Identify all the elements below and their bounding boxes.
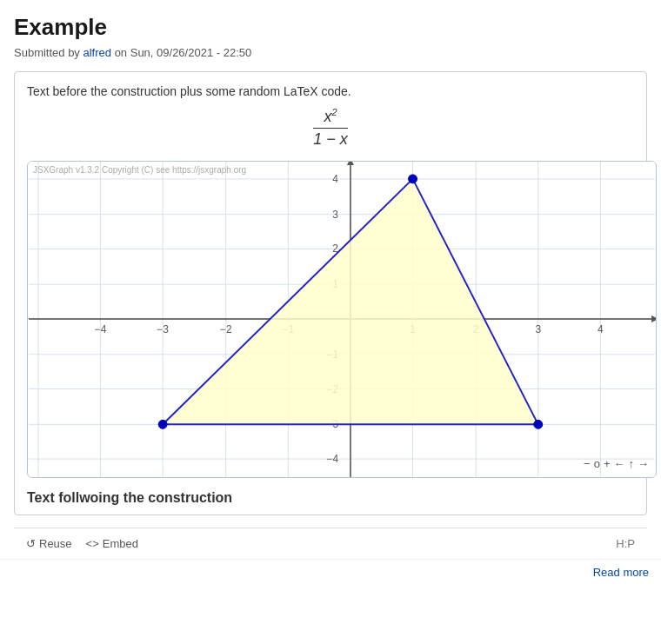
latex-fraction: x2 1 − x <box>313 107 348 149</box>
svg-text:4: 4 <box>332 173 338 185</box>
submitted-prefix: Submitted by <box>14 46 83 59</box>
latex-denominator: 1 − x <box>313 129 348 149</box>
control-right[interactable]: → <box>638 457 649 470</box>
svg-point-45 <box>409 175 417 183</box>
submitted-line: Submitted by alfred on Sun, 09/26/2021 -… <box>14 46 647 59</box>
footer-bar: ↺ Reuse <> Embed H:P <box>14 528 647 559</box>
svg-text:3: 3 <box>332 209 338 221</box>
control-up[interactable]: ↑ <box>629 457 635 470</box>
footer-hzp: H:P <box>616 537 635 550</box>
control-minus[interactable]: − <box>584 457 591 470</box>
svg-text:−4: −4 <box>95 323 107 335</box>
author-link[interactable]: alfred <box>83 46 112 59</box>
svg-point-46 <box>534 420 543 428</box>
latex-numerator: x2 <box>313 107 348 129</box>
jsxgraph-svg: −4 −3 −2 −1 1 2 3 4 4 3 2 1 −1 −2 −3 −4 <box>28 162 656 477</box>
svg-text:−3: −3 <box>157 323 169 335</box>
latex-formula: x2 1 − x <box>27 107 634 149</box>
svg-text:4: 4 <box>598 323 604 335</box>
read-more-link[interactable]: Read more <box>593 566 649 579</box>
reuse-label: Reuse <box>39 537 72 550</box>
content-box: Text before the construction plus some r… <box>14 71 647 515</box>
jsxgraph-board[interactable]: JSXGraph v1.3.2 Copyright (C) see https:… <box>27 161 657 478</box>
footer-left: ↺ Reuse <> Embed <box>26 537 138 550</box>
page-title: Example <box>14 14 647 41</box>
text-following-heading: Text follwoing the construction <box>27 490 634 506</box>
text-before: Text before the construction plus some r… <box>27 84 634 98</box>
embed-label: Embed <box>103 537 138 550</box>
read-more-bar: Read more <box>0 559 661 588</box>
svg-text:3: 3 <box>535 323 541 335</box>
control-left[interactable]: ← <box>614 457 625 470</box>
text-following: Text follwoing the construction <box>27 490 634 506</box>
jsxgraph-copyright: JSXGraph v1.3.2 Copyright (C) see https:… <box>33 165 246 175</box>
reuse-button[interactable]: ↺ Reuse <box>26 537 72 550</box>
reuse-icon: ↺ <box>26 537 36 550</box>
embed-icon: <> <box>86 537 99 550</box>
control-zero[interactable]: o <box>594 457 600 470</box>
submitted-suffix: on Sun, 09/26/2021 - 22:50 <box>111 46 251 59</box>
svg-point-44 <box>158 420 167 428</box>
embed-button[interactable]: <> Embed <box>86 537 138 550</box>
svg-text:−4: −4 <box>326 453 338 465</box>
jsxgraph-controls: − o + ← ↑ → <box>584 457 649 470</box>
control-plus[interactable]: + <box>604 457 611 470</box>
svg-text:−2: −2 <box>220 323 232 335</box>
